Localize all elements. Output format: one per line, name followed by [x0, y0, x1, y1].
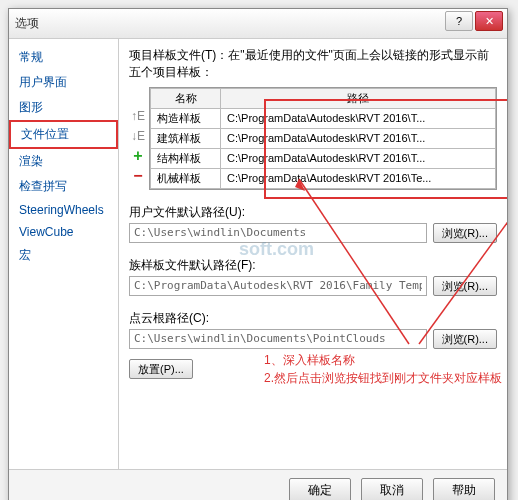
field-input-userPath[interactable]: [129, 223, 427, 243]
field-label-userPath: 用户文件默认路径(U):: [129, 204, 497, 221]
field-label-famTemplate: 族样板文件默认路径(F):: [129, 257, 497, 274]
field-input-pointCloud[interactable]: [129, 329, 427, 349]
cell-name: 构造样板: [151, 108, 221, 128]
sidebar-item-7[interactable]: ViewCube: [9, 221, 118, 243]
move-up-icon[interactable]: ↑E: [130, 108, 146, 124]
col-header-name: 名称: [151, 88, 221, 108]
template-table: 名称 路径 构造样板C:\ProgramData\Autodesk\RVT 20…: [150, 88, 496, 189]
sidebar-item-8[interactable]: 宏: [9, 243, 118, 268]
table-row[interactable]: 机械样板C:\ProgramData\Autodesk\RVT 2016\Te.…: [151, 168, 496, 188]
options-dialog: 选项 ? ✕ 常规用户界面图形文件位置渲染检查拼写SteeringWheelsV…: [8, 8, 508, 500]
cell-path: C:\ProgramData\Autodesk\RVT 2016\T...: [221, 148, 496, 168]
table-row[interactable]: 结构样板C:\ProgramData\Autodesk\RVT 2016\T..…: [151, 148, 496, 168]
field-input-famTemplate[interactable]: [129, 276, 427, 296]
cell-path: C:\ProgramData\Autodesk\RVT 2016\T...: [221, 108, 496, 128]
browse-button-userPath[interactable]: 浏览(R)...: [433, 223, 497, 243]
close-icon[interactable]: ✕: [475, 11, 503, 31]
cell-name: 结构样板: [151, 148, 221, 168]
sidebar-item-6[interactable]: SteeringWheels: [9, 199, 118, 221]
annotation-line2: 2.然后点击浏览按钮找到刚才文件夹对应样板: [264, 369, 502, 387]
sidebar-item-5[interactable]: 检查拼写: [9, 174, 118, 199]
move-down-icon[interactable]: ↓E: [130, 128, 146, 144]
main-panel: 项目样板文件(T)：在"最近使用的文件"页面上会以链接的形式显示前五个项目样板：…: [119, 39, 507, 469]
sidebar-item-2[interactable]: 图形: [9, 95, 118, 120]
cell-path: C:\ProgramData\Autodesk\RVT 2016\T...: [221, 128, 496, 148]
ok-button[interactable]: 确定: [289, 478, 351, 500]
help-icon[interactable]: ?: [445, 11, 473, 31]
sidebar-item-4[interactable]: 渲染: [9, 149, 118, 174]
sidebar-item-1[interactable]: 用户界面: [9, 70, 118, 95]
browse-button-famTemplate[interactable]: 浏览(R)...: [433, 276, 497, 296]
template-description: 项目样板文件(T)：在"最近使用的文件"页面上会以链接的形式显示前五个项目样板：: [129, 47, 497, 81]
sidebar: 常规用户界面图形文件位置渲染检查拼写SteeringWheelsViewCube…: [9, 39, 119, 469]
add-icon[interactable]: +: [130, 148, 146, 164]
col-header-path: 路径: [221, 88, 496, 108]
template-table-wrap: ↑E ↓E + − 名称 路径 构造样板C:\ProgramData\Autod…: [149, 87, 497, 190]
sidebar-item-0[interactable]: 常规: [9, 45, 118, 70]
remove-icon[interactable]: −: [130, 168, 146, 184]
cell-path: C:\ProgramData\Autodesk\RVT 2016\Te...: [221, 168, 496, 188]
sidebar-item-3[interactable]: 文件位置: [9, 120, 118, 149]
field-label-pointCloud: 点云根路径(C):: [129, 310, 497, 327]
cancel-button[interactable]: 取消: [361, 478, 423, 500]
titlebar: 选项 ? ✕: [9, 9, 507, 39]
help-button[interactable]: 帮助: [433, 478, 495, 500]
dialog-footer: 确定 取消 帮助: [9, 469, 507, 500]
table-row[interactable]: 构造样板C:\ProgramData\Autodesk\RVT 2016\T..…: [151, 108, 496, 128]
browse-button-pointCloud[interactable]: 浏览(R)...: [433, 329, 497, 349]
table-row[interactable]: 建筑样板C:\ProgramData\Autodesk\RVT 2016\T..…: [151, 128, 496, 148]
place-button[interactable]: 放置(P)...: [129, 359, 193, 379]
annotation-line1: 1、深入样板名称: [264, 351, 502, 369]
cell-name: 机械样板: [151, 168, 221, 188]
window-title: 选项: [15, 15, 39, 32]
annotation-text: 1、深入样板名称 2.然后点击浏览按钮找到刚才文件夹对应样板: [264, 351, 502, 387]
cell-name: 建筑样板: [151, 128, 221, 148]
